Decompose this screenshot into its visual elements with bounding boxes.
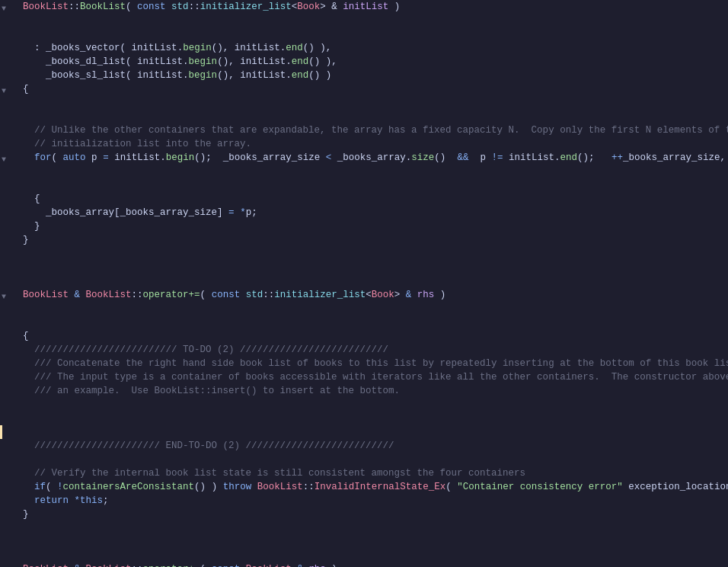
code-line-if1: if( !containersAreConsistant() ) throw B…: [0, 480, 728, 494]
line-content-op2-sig: BookList & BookList::operator+=( const B…: [17, 562, 728, 567]
yellow-bar-1: [0, 425, 2, 439]
blank-4: [0, 453, 728, 466]
code-line-4: _books_sl_list( initList.begin(), initLi…: [0, 69, 728, 82]
line-content-7: // initialization list into the array.: [17, 137, 728, 151]
line-content-10: _books_array[_books_array_size] = *p;: [17, 206, 728, 219]
code-line-cmt-concat3: /// an example. Use BookList::insert() t…: [0, 384, 728, 398]
blank-1: [0, 247, 728, 261]
code-line-blank-todo1: [0, 398, 728, 439]
code-line-cmt-concat1: /// Concatenate the right hand side book…: [0, 357, 728, 370]
line-content-11: }: [17, 219, 728, 233]
code-line-op1-sig: ▼ BookList & BookList::operator+=( const…: [0, 288, 728, 329]
gutter-blank-todo1: [0, 398, 17, 439]
line-content-8: for( auto p = initList.begin(); _books_a…: [17, 151, 728, 165]
code-line-7: // initialization list into the array.: [0, 137, 728, 151]
code-line-op2-sig: ▼ BookList & BookList::operator+=( const…: [0, 562, 728, 567]
blank-2: [0, 261, 728, 274]
code-line-cmt-concat2: /// The input type is a container of boo…: [0, 370, 728, 384]
line-content-cmt-concat1: /// Concatenate the right hand side book…: [17, 357, 728, 370]
gutter-1: ▼: [0, 0, 17, 41]
fold-icon-1[interactable]: ▼: [2, 2, 6, 16]
code-line-5: ▼ {: [0, 82, 728, 123]
line-content-1: BookList::BookList( const std::initializ…: [17, 0, 728, 14]
line-content-9: {: [17, 192, 728, 206]
gutter-op2-sig: ▼: [0, 562, 17, 567]
code-line-op1-close: }: [0, 508, 728, 521]
code-line-6: // Unlike the other containers that are …: [0, 123, 728, 137]
code-line-endtodo1: ////////////////////// END-TO-DO (2) ///…: [0, 439, 728, 453]
line-content-return1: return *this;: [17, 494, 728, 508]
code-line-todo1: ///////////////////////// TO-DO (2) ////…: [0, 343, 728, 357]
line-content-2: : _books_vector( initList.begin(), initL…: [17, 41, 728, 55]
code-line-2: : _books_vector( initList.begin(), initL…: [0, 41, 728, 55]
code-line-3: _books_dl_list( initList.begin(), initLi…: [0, 55, 728, 69]
code-line-return1: return *this;: [0, 494, 728, 508]
line-content-cmt-concat2: /// The input type is a container of boo…: [17, 370, 728, 384]
code-line-verify1: // Verify the internal book list state i…: [0, 466, 728, 480]
fold-icon-5[interactable]: ▼: [2, 85, 6, 98]
code-line-10: _books_array[_books_array_size] = *p;: [0, 206, 728, 219]
line-content-3: _books_dl_list( initList.begin(), initLi…: [17, 55, 728, 69]
line-content-op1-sig: BookList & BookList::operator+=( const s…: [17, 288, 728, 302]
code-editor[interactable]: ▼ BookList::BookList( const std::initial…: [0, 0, 728, 567]
gutter-5: ▼: [0, 82, 17, 123]
line-content-todo1: ///////////////////////// TO-DO (2) ////…: [17, 343, 728, 357]
blank-7: [0, 549, 728, 562]
code-line-12: }: [0, 233, 728, 247]
gutter-op1-sig: ▼: [0, 288, 17, 329]
code-line-11: }: [0, 219, 728, 233]
line-content-12: }: [17, 233, 728, 247]
gutter-8: ▼: [0, 151, 17, 192]
code-line-op1-open: {: [0, 329, 728, 343]
blank-5: [0, 521, 728, 535]
blank-6: [0, 535, 728, 549]
code-line-1: ▼ BookList::BookList( const std::initial…: [0, 0, 728, 41]
line-content-cmt-concat3: /// an example. Use BookList::insert() t…: [17, 384, 728, 398]
line-content-verify1: // Verify the internal book list state i…: [17, 466, 728, 480]
code-line-9: {: [0, 192, 728, 206]
fold-icon-8[interactable]: ▼: [2, 153, 6, 167]
line-content-endtodo1: ////////////////////// END-TO-DO (2) ///…: [17, 439, 728, 453]
line-content-5: {: [17, 82, 728, 96]
line-content-if1: if( !containersAreConsistant() ) throw B…: [17, 480, 728, 494]
line-content-blank-todo1: [17, 398, 728, 412]
line-content-6: // Unlike the other containers that are …: [17, 123, 728, 137]
code-line-8: ▼ for( auto p = initList.begin(); _books…: [0, 151, 728, 192]
line-content-4: _books_sl_list( initList.begin(), initLi…: [17, 69, 728, 82]
blank-3: [0, 274, 728, 288]
fold-icon-op1[interactable]: ▼: [2, 290, 6, 304]
line-content-op1-close: }: [17, 508, 728, 521]
line-content-op1-open: {: [17, 329, 728, 343]
